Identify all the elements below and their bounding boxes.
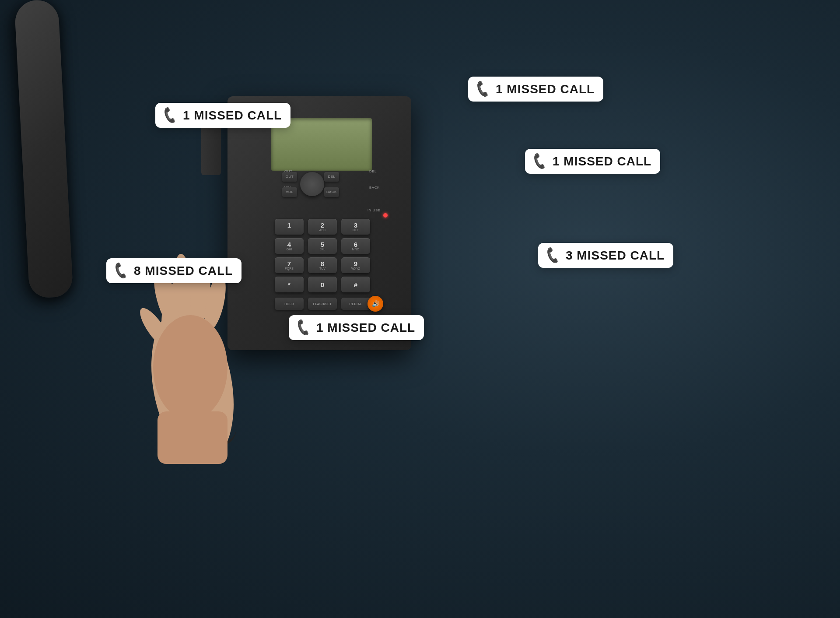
phone-icon-1: 📞 bbox=[160, 106, 179, 125]
badge-bottom: 📞 1 MISSED CALL bbox=[289, 315, 424, 340]
badge-mid-right-lower: 📞 3 MISSED CALL bbox=[538, 243, 673, 268]
badge-mid-right-upper: 📞 1 MISSED CALL bbox=[525, 149, 660, 174]
key-8[interactable]: 8 TUV bbox=[308, 257, 337, 273]
phone-icon-5: 📞 bbox=[543, 246, 562, 265]
phone-icon-2: 📞 bbox=[473, 80, 492, 98]
del-button[interactable]: DEL bbox=[324, 172, 339, 182]
badge-top-left: 📞 1 MISSED CALL bbox=[155, 103, 290, 128]
key-3[interactable]: 3 DEF bbox=[341, 219, 370, 235]
function-buttons-row: HOLD FLASH/SET REDIAL bbox=[275, 298, 370, 310]
svg-rect-8 bbox=[158, 411, 228, 464]
nav-center-button[interactable] bbox=[300, 172, 324, 196]
out-button[interactable]: OUT bbox=[282, 172, 297, 182]
redial-button[interactable]: REDIAL bbox=[341, 298, 370, 310]
back-label: BACK bbox=[369, 186, 380, 190]
badge-text-1: 1 MISSED CALL bbox=[183, 109, 282, 123]
phone-icon-3: 📞 bbox=[530, 152, 549, 171]
badge-text-3: 1 MISSED CALL bbox=[553, 154, 651, 169]
key-0[interactable]: 0 bbox=[308, 277, 337, 292]
keypad-grid: 1 2 ABC 3 DEF 4 GHI 5 JKL 6 MNO 7 PQRS bbox=[275, 219, 370, 296]
badge-text-2: 1 MISSED CALL bbox=[496, 82, 595, 96]
badge-text-5: 3 MISSED CALL bbox=[566, 249, 665, 263]
speaker-icon: 🔊 bbox=[372, 300, 379, 307]
badge-text-6: 1 MISSED CALL bbox=[316, 321, 415, 335]
del-label: DEL bbox=[369, 169, 377, 173]
badge-text-4: 8 MISSED CALL bbox=[134, 264, 233, 278]
vol-button[interactable]: VOL bbox=[282, 187, 297, 197]
phone-icon-6: 📞 bbox=[294, 318, 313, 337]
back-button[interactable]: BACK bbox=[324, 187, 339, 197]
phone-cradle bbox=[201, 123, 221, 175]
hand bbox=[122, 210, 289, 464]
key-6[interactable]: 6 MNO bbox=[341, 238, 370, 254]
in-use-indicator bbox=[383, 213, 388, 218]
speaker-button[interactable]: 🔊 bbox=[368, 296, 383, 312]
key-5[interactable]: 5 JKL bbox=[308, 238, 337, 254]
in-use-label: IN USE bbox=[368, 208, 381, 212]
badge-mid-left: 📞 8 MISSED CALL bbox=[106, 258, 242, 283]
badge-top-right: 📞 1 MISSED CALL bbox=[468, 77, 603, 102]
svg-point-7 bbox=[153, 315, 228, 420]
key-9[interactable]: 9 WXYZ bbox=[341, 257, 370, 273]
phone-icon-4: 📞 bbox=[111, 261, 130, 280]
flash-set-button[interactable]: FLASH/SET bbox=[308, 298, 337, 310]
key-2[interactable]: 2 ABC bbox=[308, 219, 337, 235]
key-hash[interactable]: # bbox=[341, 277, 370, 292]
